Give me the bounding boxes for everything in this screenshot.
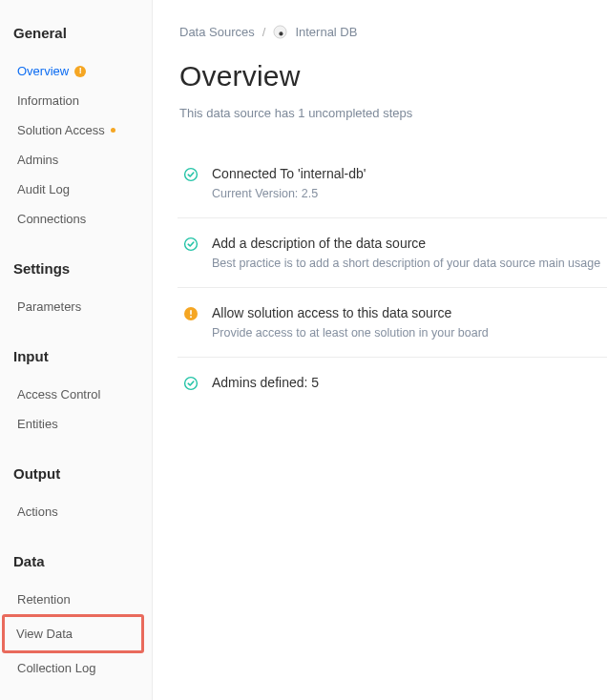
step-content: Connected To 'internal-db' Current Versi… [212,166,601,200]
sidebar-item-label: Connections [17,212,86,226]
sidebar-item-label: Parameters [17,299,81,314]
sidebar-section-output: Output Actions [13,465,138,526]
datasource-icon [273,25,287,39]
sidebar-item-connections[interactable]: Connections [13,204,138,234]
sidebar-section-input: Input Access Control Entities [13,348,138,439]
step-title: Allow solution access to this data sourc… [212,305,601,320]
sidebar-item-entities[interactable]: Entities [13,409,138,439]
sidebar-section-data: Data Retention View Data Collection Log [13,553,138,683]
sidebar-item-label: Actions [17,504,58,519]
step-subtitle: Current Version: 2.5 [212,187,601,200]
sidebar-item-label: Access Control [17,387,100,401]
sidebar-item-information[interactable]: Information [13,86,138,115]
sidebar-section-title: General [13,25,138,41]
sidebar-item-label: View Data [16,627,73,641]
sidebar-item-retention[interactable]: Retention [13,585,138,614]
sidebar-item-access-control[interactable]: Access Control [13,380,138,409]
sidebar-item-label: Entities [17,417,58,431]
sidebar-item-label: Collection Log [17,661,95,675]
step-list: Connected To 'internal-db' Current Versi… [178,149,607,413]
step-connected[interactable]: Connected To 'internal-db' Current Versi… [178,149,607,218]
sidebar-item-collection-log[interactable]: Collection Log [13,653,138,683]
breadcrumb: Data Sources / Internal DB [179,25,607,39]
dot-icon [111,128,115,133]
step-title: Admins defined: 5 [212,375,601,390]
check-circle-icon [183,376,199,391]
step-content: Admins defined: 5 [212,375,601,396]
sidebar-section-settings: Settings Parameters [13,260,138,321]
sidebar-item-label: Overview [17,64,69,78]
sidebar-section-title: Data [13,553,138,569]
step-title: Add a description of the data source [212,236,601,251]
sidebar-item-label: Retention [17,592,71,607]
sidebar-section-general: General Overview ! Information Solution … [13,25,138,234]
sidebar-item-solution-access[interactable]: Solution Access [13,115,138,145]
sidebar-item-audit-log[interactable]: Audit Log [13,175,138,204]
svg-point-6 [190,316,192,318]
page-title: Overview [179,60,607,93]
svg-rect-5 [190,310,192,315]
svg-point-0 [274,26,286,38]
sidebar-section-title: Output [13,465,138,482]
step-subtitle: Provide access to at least one solution … [212,326,601,340]
step-description[interactable]: Add a description of the data source Bes… [178,218,607,288]
sidebar-item-view-data[interactable]: View Data [2,614,144,653]
sidebar-item-label: Solution Access [17,123,105,137]
sidebar-item-label: Audit Log [17,182,70,196]
check-circle-icon [183,237,199,252]
breadcrumb-root[interactable]: Data Sources [179,25,255,39]
step-content: Allow solution access to this data sourc… [212,305,601,340]
sidebar-item-label: Admins [17,153,58,167]
check-circle-icon [183,167,199,182]
sidebar: General Overview ! Information Solution … [0,0,153,700]
sidebar-item-parameters[interactable]: Parameters [13,292,138,321]
breadcrumb-current: Internal DB [295,25,357,39]
warning-circle-icon [183,306,199,321]
step-content: Add a description of the data source Bes… [212,236,601,270]
sidebar-item-overview[interactable]: Overview ! [13,56,138,86]
step-title: Connected To 'internal-db' [212,166,601,181]
main-content: Data Sources / Internal DB Overview This… [153,0,607,700]
step-solution-access[interactable]: Allow solution access to this data sourc… [178,288,607,358]
sidebar-item-label: Information [17,93,79,108]
step-subtitle: Best practice is to add a short descript… [212,257,601,270]
breadcrumb-separator: / [262,25,266,39]
warning-icon: ! [74,66,86,77]
sidebar-item-actions[interactable]: Actions [13,497,138,526]
sidebar-section-title: Settings [13,260,138,277]
sidebar-section-title: Input [13,348,138,364]
sidebar-item-admins[interactable]: Admins [13,145,138,175]
page-subtitle: This data source has 1 uncompleted steps [179,106,607,120]
svg-point-1 [280,31,283,35]
step-admins-defined[interactable]: Admins defined: 5 [178,358,607,413]
